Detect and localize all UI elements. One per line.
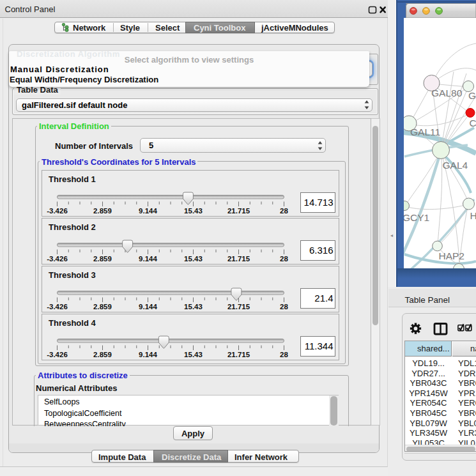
svg-text:21.715: 21.715 [227,303,250,311]
svg-text:15.43: 15.43 [184,207,203,215]
svg-text:H: H [470,210,476,221]
svg-text:21.715: 21.715 [227,351,250,358]
svg-text:28: 28 [280,207,288,215]
svg-text:9.144: 9.144 [139,255,157,263]
svg-text:G.: G. [468,90,476,101]
svg-text:HAP2: HAP2 [439,250,465,261]
svg-text:2.859: 2.859 [93,303,112,311]
svg-text:GCY1: GCY1 [403,212,429,223]
svg-text:-3.426: -3.426 [47,351,68,358]
svg-text:GAL4: GAL4 [443,160,468,171]
svg-text:9.144: 9.144 [139,207,157,215]
svg-text:21.715: 21.715 [227,255,250,263]
svg-text:C: C [470,118,476,128]
svg-text:2.859: 2.859 [93,207,112,215]
svg-text:-3.426: -3.426 [47,303,68,311]
svg-text:GAL11: GAL11 [410,127,440,137]
svg-text:2.859: 2.859 [93,255,112,263]
svg-text:15.43: 15.43 [184,303,203,311]
svg-text:GAL80: GAL80 [431,88,463,98]
svg-text:28: 28 [280,303,288,311]
svg-text:-3.426: -3.426 [47,207,68,215]
svg-text:28: 28 [280,255,288,263]
svg-text:15.43: 15.43 [184,255,203,263]
svg-text:15.43: 15.43 [184,351,203,358]
svg-text:9.144: 9.144 [139,303,157,311]
svg-text:21.715: 21.715 [227,207,250,215]
svg-text:2.859: 2.859 [93,351,112,358]
svg-text:9.144: 9.144 [139,351,157,358]
svg-text:28: 28 [280,351,288,358]
svg-text:-3.426: -3.426 [47,255,68,263]
